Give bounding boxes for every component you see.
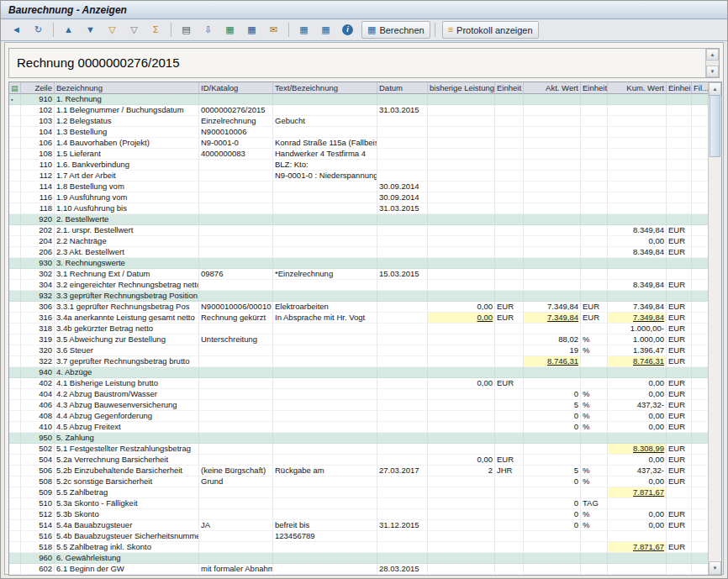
cell-kw[interactable]: 1.000,00 [608,334,667,345]
cell-id[interactable]: N900010006 [199,127,273,138]
cell-d[interactable] [377,542,428,553]
cell-b[interactable]: 5.5 Zahlbetrag [55,487,199,498]
sort-asc-button[interactable]: ▲ [58,21,79,39]
cell-bl[interactable] [428,192,495,203]
cell-ic[interactable] [9,302,21,313]
cell-kw[interactable]: 0,00 [608,422,667,433]
cell-e3[interactable] [667,553,692,564]
cell-e2[interactable] [581,236,608,247]
cell-z[interactable]: 320 [21,345,55,356]
cell-kw[interactable] [608,116,667,127]
cell-b[interactable]: 4.4 Abzug Gegenforderung [55,411,199,422]
cell-ic[interactable] [9,487,21,498]
cell-e3[interactable] [667,258,692,269]
cell-aw[interactable]: 0 [524,476,581,487]
cell-e2[interactable]: % [581,400,608,411]
cell-fil[interactable] [692,476,709,487]
cell-bl[interactable] [428,149,495,160]
cell-e1[interactable] [495,138,524,149]
cell-kw[interactable] [608,127,667,138]
cell-e2[interactable]: % [581,422,608,433]
cell-z[interactable]: 102 [21,105,55,116]
header-z[interactable]: Zeile [21,82,55,94]
cell-ic[interactable] [9,422,21,433]
cell-e3[interactable]: EUR [667,324,692,334]
cell-e3[interactable]: EUR [667,236,692,247]
cell-d[interactable] [377,160,428,171]
cell-fil[interactable] [692,367,709,378]
cell-d[interactable] [377,302,428,313]
cell-ic[interactable] [9,531,21,542]
cell-d[interactable]: 27.03.2017 [377,466,428,476]
cell-t[interactable]: Konrad Straße 115a (Fallbeispi [273,138,377,149]
cell-e2[interactable] [581,269,608,280]
berechnen-button[interactable]: ▦Berechnen [361,21,430,39]
cell-b[interactable]: 1.5 Lieferant [55,149,199,160]
cell-z[interactable]: 106 [21,138,55,149]
cell-d[interactable] [377,433,428,444]
cell-fil[interactable] [692,531,709,542]
cell-ic[interactable] [9,258,21,269]
cell-b[interactable]: 3.3 geprüfter Rechnungsbetrag Position [55,291,199,302]
cell-b[interactable]: 5.2b Einzubehaltende Barsicherheit [55,466,199,476]
cell-fil[interactable] [692,302,709,313]
cell-d[interactable] [377,138,428,149]
cell-fil[interactable] [692,542,709,553]
cell-e2[interactable] [581,116,608,127]
cell-t[interactable] [273,280,377,291]
cell-e1[interactable] [495,291,524,302]
cell-ic[interactable] [9,564,21,575]
cell-e3[interactable] [667,367,692,378]
cell-id[interactable]: Unterschreitung [199,334,273,345]
cell-e1[interactable]: EUR [495,302,524,313]
cell-z[interactable]: 316 [21,313,55,324]
cell-aw[interactable] [524,542,581,553]
cell-aw[interactable] [524,247,581,258]
cell-id[interactable] [199,160,273,171]
cell-aw[interactable]: 0 [524,509,581,520]
cell-ic[interactable] [9,127,21,138]
cell-d[interactable] [377,455,428,466]
cell-z[interactable]: 960 [21,553,55,564]
cell-z[interactable]: 402 [21,378,55,389]
cell-bl[interactable] [428,356,495,367]
cell-aw[interactable] [524,214,581,225]
cell-ic[interactable] [9,356,21,367]
cell-aw[interactable] [524,182,581,192]
cell-e1[interactable] [495,160,524,171]
cell-aw[interactable] [524,553,581,564]
header-e1[interactable]: Einheit [495,82,524,94]
cell-e2[interactable]: % [581,411,608,422]
cell-t[interactable] [273,127,377,138]
cell-d[interactable] [377,345,428,356]
cell-kw[interactable] [608,214,667,225]
cell-bl[interactable] [428,411,495,422]
cell-d[interactable]: 30.09.2014 [377,192,428,203]
cell-e3[interactable] [667,138,692,149]
cell-t[interactable]: In Absprache mit Hr. Vogt [273,313,377,324]
cell-id[interactable] [199,236,273,247]
cell-t[interactable] [273,542,377,553]
cell-id[interactable] [199,531,273,542]
cell-id[interactable]: 4000000083 [199,149,273,160]
cell-b[interactable]: 5.4b Bauabzugsteuer Sicherheitsnummer [55,531,199,542]
cell-e3[interactable] [667,498,692,509]
cell-bl[interactable] [428,345,495,356]
cell-fil[interactable] [692,105,709,116]
cell-e2[interactable] [581,203,608,214]
cell-z[interactable]: 318 [21,324,55,334]
cell-e3[interactable] [667,171,692,182]
cell-d[interactable] [377,356,428,367]
cell-id[interactable] [199,553,273,564]
cell-t[interactable]: N9-0001-0 : Niederspannungsanl [273,171,377,182]
cell-e2[interactable] [581,455,608,466]
cell-t[interactable] [273,378,377,389]
cell-kw[interactable]: 0,00 [608,236,667,247]
cell-ic[interactable] [9,520,21,531]
cell-e1[interactable]: EUR [495,378,524,389]
cell-e3[interactable]: EUR [667,476,692,487]
cell-fil[interactable] [692,214,709,225]
cell-kw[interactable] [608,160,667,171]
filter-button[interactable]: ▽ [102,21,123,39]
cell-id[interactable]: mit formaler Abnahm [199,564,273,575]
